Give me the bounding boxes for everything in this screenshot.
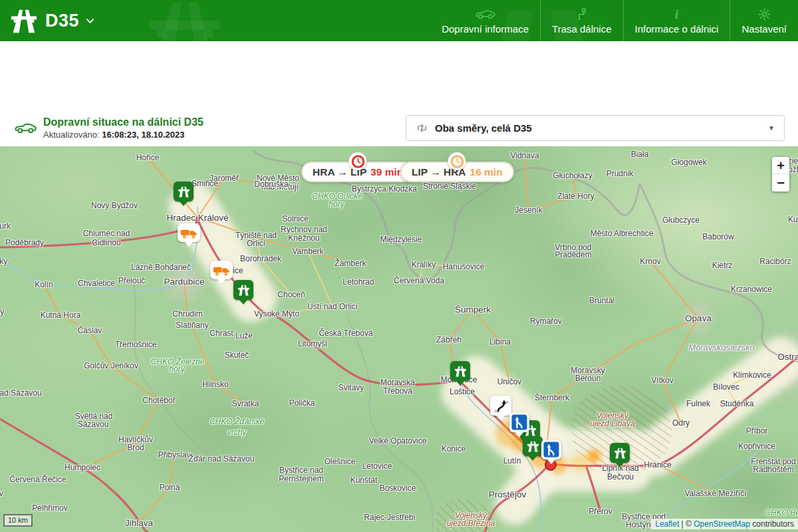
region-border [133, 279, 433, 532]
route-icon [575, 7, 589, 21]
secondary-road [256, 237, 752, 404]
highway-marker[interactable] [174, 182, 194, 201]
highway-watermark-icon [145, 0, 225, 41]
caret-down-icon: ▼ [768, 124, 775, 132]
highway-icon [237, 283, 251, 297]
truck-marker[interactable] [210, 261, 233, 279]
map-zoom-control: + − [772, 157, 789, 192]
app-window: D35 Dopravní informace Trasa dálnice i [0, 0, 798, 532]
page-title: Dopravní situace na dálnici D35 [43, 116, 203, 128]
highway-marker[interactable] [233, 280, 253, 300]
highway-icon [613, 446, 627, 460]
highway-marker[interactable] [450, 361, 470, 381]
map-attribution: Leaflet | © OpenStreetMap contributors [651, 519, 798, 529]
app-title: D35 [45, 11, 79, 31]
merge-icon [543, 442, 559, 458]
map-scale: 10 km [3, 514, 33, 527]
travel-time: 16 min [470, 166, 503, 178]
travel-time-badge-lip-hra[interactable]: LIP → HRA 16 min [400, 162, 514, 182]
map-roads-layer [0, 146, 798, 532]
zoom-in-button[interactable]: + [772, 157, 789, 174]
svg-text:i: i [675, 7, 679, 21]
updated-timestamp: Aktualizováno: 16:08:23, 18.10.2023 [43, 130, 203, 140]
updated-label: Aktualizováno: [43, 130, 100, 140]
travel-time-badge-hra-lip[interactable]: HRA → LIP 39 min [301, 162, 414, 182]
nav-informace-o-dalnici[interactable]: i Informace o dálnici [623, 0, 730, 41]
app-header: D35 Dopravní informace Trasa dálnice i [0, 0, 798, 41]
highway-icon [526, 440, 540, 454]
truck-marker[interactable] [178, 223, 200, 242]
travel-time: 39 min [370, 166, 403, 178]
repeat-icon [416, 122, 428, 134]
nav-dopravni-informace[interactable]: Dopravní informace [430, 0, 540, 41]
gear-icon [757, 7, 771, 21]
detour-marker[interactable]: un [490, 396, 511, 416]
nav-nastaveni[interactable]: Nastavení [730, 0, 798, 41]
clock-icon [349, 152, 367, 170]
svg-text:u: u [506, 400, 508, 404]
merge-marker[interactable] [509, 412, 529, 432]
nav-label: Trasa dálnice [552, 23, 612, 35]
main-nav: Dopravní informace Trasa dálnice i Infor… [430, 0, 798, 41]
merge-icon [511, 414, 527, 430]
car-icon [475, 7, 495, 21]
route-filter-select[interactable]: Oba směry, celá D35 ▼ [406, 115, 785, 141]
leaflet-link[interactable]: Leaflet [655, 519, 679, 529]
motorway-road [0, 218, 798, 532]
nav-trasa-dalnice[interactable]: Trasa dálnice [540, 0, 623, 41]
detour-icon: un [493, 398, 509, 414]
chevron-down-icon [86, 18, 94, 24]
svg-text:n: n [495, 409, 497, 413]
clock-icon [448, 152, 466, 170]
highway-logo-icon [9, 7, 39, 34]
highway-marker[interactable] [523, 436, 543, 456]
toolbar: Dopravní situace na dálnici D35 Aktualiz… [0, 41, 798, 146]
truck-icon [180, 227, 198, 239]
traffic-map[interactable]: HořiceJaroměřNové Městonad MetujíSmiřice… [0, 146, 798, 532]
truck-icon [213, 264, 231, 277]
osm-link[interactable]: OpenStreetMap [694, 519, 750, 529]
updated-value: 16:08:23, 18.10.2023 [102, 130, 184, 140]
zoom-out-button[interactable]: − [772, 174, 789, 192]
merge-marker[interactable] [541, 440, 561, 460]
route-filter-value: Oba směry, celá D35 [435, 122, 761, 134]
highway-icon [177, 185, 191, 199]
nav-label: Nastavení [741, 23, 787, 35]
car-icon [15, 120, 37, 135]
highway-icon [454, 364, 467, 378]
nav-label: Dopravní informace [442, 23, 529, 35]
info-icon: i [670, 7, 684, 21]
app-logo[interactable]: D35 [0, 0, 142, 41]
nav-label: Informace o dálnici [635, 23, 719, 35]
highway-marker[interactable] [610, 443, 630, 463]
